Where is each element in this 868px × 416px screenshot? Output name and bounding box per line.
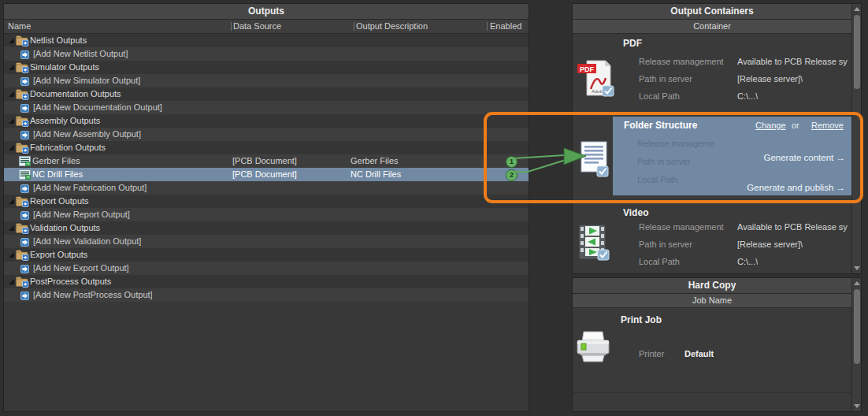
row-description: Gerber Files	[351, 154, 399, 168]
pdf-local-path-label: Local Path	[639, 91, 680, 101]
row-data-source: [PCB Document]	[232, 168, 297, 181]
hard-copy-panel: Hard Copy Job Name Print Job Printer Def…	[572, 277, 862, 412]
output-row[interactable]: Gerber Files[PCB Document]Gerber Files1	[4, 154, 529, 168]
tree-category-row[interactable]: Report Outputs	[4, 195, 529, 208]
pdf-local-path-value: C:\...\	[737, 91, 758, 101]
scroll-up-icon[interactable]	[854, 281, 860, 285]
add-new-row[interactable]: [Add New Report Output]	[4, 208, 529, 221]
tree-category-row[interactable]: PostProcess Outputs	[4, 275, 529, 288]
scrollbar-thumb[interactable]	[854, 15, 860, 89]
column-output-description[interactable]: Output Description	[356, 20, 428, 33]
expand-triangle-icon[interactable]	[9, 252, 14, 258]
add-new-row[interactable]: [Add New Export Output]	[4, 262, 529, 275]
video-release-value: Available to PCB Release sy	[737, 222, 848, 232]
expand-triangle-icon[interactable]	[9, 199, 14, 204]
row-name: [Add New PostProcess Output]	[33, 288, 153, 302]
add-new-row[interactable]: [Add New Validation Output]	[4, 235, 529, 248]
expand-triangle-icon[interactable]	[9, 38, 14, 43]
column-data-source[interactable]: Data Source	[233, 20, 281, 33]
row-name: Gerber Files	[32, 154, 80, 168]
expand-triangle-icon[interactable]	[9, 65, 14, 70]
scroll-down-icon[interactable]	[854, 404, 860, 408]
tree-category-row[interactable]: Fabrication Outputs	[4, 141, 529, 154]
folder-structure-card[interactable]: Folder Structure Change or Remove Releas…	[613, 117, 853, 195]
add-new-row[interactable]: [Add New Fabrication Output]	[4, 181, 529, 195]
add-new-row[interactable]: [Add New Assembly Output]	[4, 128, 529, 141]
add-new-row[interactable]: [Add New Netlist Output]	[4, 47, 529, 61]
add-new-row[interactable]: [Add New Documentation Output]	[4, 101, 529, 114]
expand-triangle-icon[interactable]	[9, 225, 14, 231]
pdf-icon: PDF Adobe	[576, 58, 617, 102]
folder-structure-icon	[578, 140, 611, 181]
add-new-row[interactable]: [Add New Simulator Output]	[4, 74, 529, 87]
containers-scrollbar[interactable]	[851, 4, 861, 273]
row-name: Validation Outputs	[30, 221, 100, 235]
scroll-up-icon[interactable]	[854, 7, 860, 11]
row-name: Report Outputs	[30, 195, 89, 208]
generate-content-link[interactable]: Generate content →	[763, 153, 845, 162]
column-name[interactable]: Name	[8, 20, 31, 33]
or-text: or	[792, 121, 799, 130]
video-local-path-label: Local Path	[639, 257, 680, 266]
output-containers-panel: Output Containers Container PDF Adobe PD…	[572, 3, 862, 274]
row-name: Assembly Outputs	[30, 114, 100, 128]
scrollbar-thumb[interactable]	[854, 289, 860, 364]
outputs-rows: Netlist Outputs[Add New Netlist Output]S…	[4, 34, 529, 411]
add-new-row[interactable]: [Add New PostProcess Output]	[4, 288, 529, 302]
row-name: [Add New Report Output]	[33, 208, 130, 221]
row-name: [Add New Documentation Output]	[33, 101, 162, 114]
row-name: [Add New Assembly Output]	[33, 128, 141, 141]
expand-triangle-icon[interactable]	[9, 145, 14, 150]
job-name-subheader: Job Name	[573, 294, 851, 308]
row-name: Netlist Outputs	[30, 34, 87, 47]
expand-triangle-icon[interactable]	[9, 91, 14, 97]
generate-and-publish-link[interactable]: Generate and publish →	[747, 183, 845, 192]
video-local-path-value: C:\...\	[737, 257, 758, 266]
remove-link[interactable]: Remove	[811, 121, 844, 130]
container-subheader: Container	[573, 20, 851, 34]
tree-category-row[interactable]: Assembly Outputs	[4, 114, 529, 128]
change-link[interactable]: Change	[755, 121, 786, 130]
video-release-label: Release management	[639, 222, 724, 232]
tree-category-row[interactable]: Validation Outputs	[4, 221, 529, 235]
containers-panel-title: Output Containers	[573, 4, 851, 20]
path-in-server-field: Path in server	[637, 157, 691, 166]
scroll-down-icon[interactable]	[854, 266, 860, 270]
row-name: Simulator Outputs	[30, 61, 99, 74]
outputs-column-header: Name Data Source Output Description Enab…	[4, 20, 529, 34]
printer-icon	[574, 329, 614, 373]
row-name: [Add New Fabrication Output]	[33, 181, 147, 195]
container-link-badge: 1	[506, 156, 517, 168]
tree-category-row[interactable]: Netlist Outputs	[4, 34, 529, 47]
pdf-card-title: PDF	[623, 38, 642, 49]
pdf-server-path-label: Path in server	[639, 74, 692, 84]
column-divider	[487, 22, 488, 31]
tree-category-row[interactable]: Simulator Outputs	[4, 61, 529, 74]
svg-text:PDF: PDF	[580, 65, 595, 73]
outputs-panel: Outputs Name Data Source Output Descript…	[3, 3, 529, 412]
row-name: [Add New Validation Output]	[33, 235, 141, 248]
pdf-release-value: Available to PCB Release sy	[737, 57, 848, 66]
video-server-path-label: Path in server	[639, 240, 692, 249]
output-row[interactable]: NC Drill Files[PCB Document]NC Drill Fil…	[4, 168, 529, 181]
local-path-field: Local Path	[637, 175, 678, 184]
print-job-title: Print Job	[621, 314, 662, 325]
tree-category-row[interactable]: Documentation Outputs	[4, 87, 529, 101]
hard-copy-scrollbar[interactable]	[851, 278, 861, 411]
row-description: NC Drill Files	[351, 168, 401, 181]
row-name: [Add New Simulator Output]	[33, 74, 140, 87]
video-server-path-value: [Release server]\	[737, 240, 803, 249]
tree-category-row[interactable]: Export Outputs	[4, 248, 529, 262]
row-name: Fabrication Outputs	[30, 141, 106, 154]
folder-structure-title: Folder Structure	[624, 120, 697, 131]
outputs-panel-title: Outputs	[4, 4, 529, 20]
expand-triangle-icon[interactable]	[9, 279, 14, 284]
row-name: [Add New Export Output]	[33, 262, 129, 275]
row-name: PostProcess Outputs	[30, 275, 111, 288]
column-enabled[interactable]: Enabled	[490, 20, 521, 33]
printer-label: Printer	[639, 349, 664, 358]
expand-triangle-icon[interactable]	[9, 118, 14, 124]
release-management-field: Release manageme	[637, 139, 714, 148]
row-name: Export Outputs	[30, 248, 87, 262]
video-card-title: Video	[623, 207, 648, 218]
